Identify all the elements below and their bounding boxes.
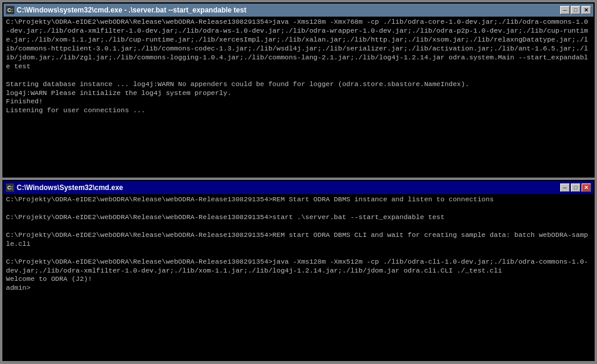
- minimize-button-1[interactable]: ─: [560, 6, 570, 14]
- close-button-2[interactable]: ✕: [582, 183, 591, 192]
- title-buttons-2: ─ □ ✕: [560, 183, 591, 192]
- cmd-output-2: C:\Projekty\ODRA-eIDE2\webODRA\Release\w…: [4, 194, 593, 360]
- title-buttons-1: ─ □ ✕: [560, 6, 591, 14]
- window-title-2: C:\Windows\System32\cmd.exe: [17, 183, 123, 192]
- window-title-1: C:\Windows\system32\cmd.exe - .\server.b…: [17, 6, 247, 14]
- title-bar-1: C: C:\Windows\system32\cmd.exe - .\serve…: [4, 4, 593, 17]
- minimize-button-2[interactable]: ─: [560, 183, 570, 192]
- cmd-icon-2: C:: [6, 183, 14, 192]
- cmd-icon-1: C:: [6, 6, 14, 14]
- cmd-window-2: C: C:\Windows\System32\cmd.exe ─ □ ✕ C:\…: [2, 180, 595, 361]
- title-left-2: C: C:\Windows\System32\cmd.exe: [6, 183, 123, 192]
- title-bar-2: C: C:\Windows\System32\cmd.exe ─ □ ✕: [4, 181, 593, 194]
- maximize-button-2[interactable]: □: [571, 183, 580, 192]
- title-left-1: C: C:\Windows\system32\cmd.exe - .\serve…: [6, 6, 247, 14]
- cmd-window-1: C: C:\Windows\system32\cmd.exe - .\serve…: [2, 2, 595, 178]
- cmd-output-1: C:\Projekty\ODRA-eIDE2\webODRA\Release\w…: [4, 17, 593, 176]
- maximize-button-1[interactable]: □: [571, 6, 580, 14]
- close-button-1[interactable]: ✕: [582, 6, 591, 14]
